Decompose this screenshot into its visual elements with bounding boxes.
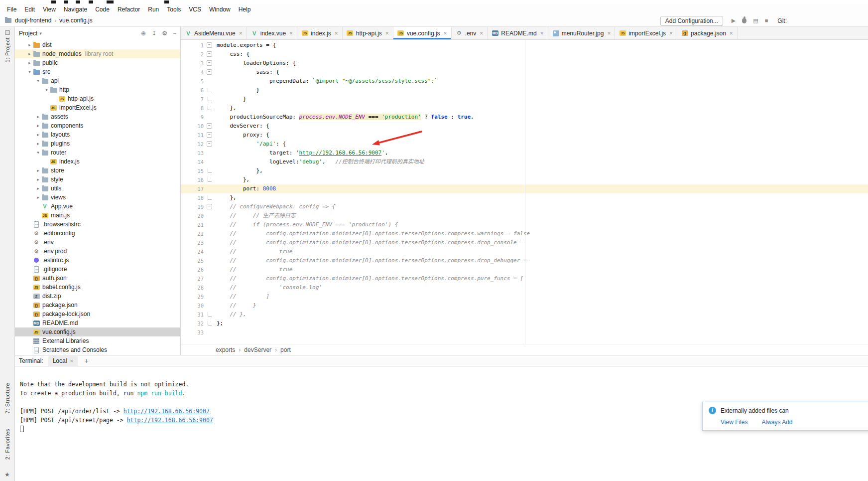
chevron-down-icon[interactable]: ▾ <box>26 69 33 74</box>
tree-item-http[interactable]: ▾http <box>15 85 180 94</box>
breadcrumb-port[interactable]: port <box>280 346 291 353</box>
profiler-icon[interactable]: ▤ <box>753 18 758 23</box>
tree-item-gitignore[interactable]: .gitignore <box>15 265 180 274</box>
fold-marker[interactable] <box>204 41 215 50</box>
tree-item-components[interactable]: ▸components <box>15 121 180 130</box>
tool-stripe-favorites[interactable]: 2: Favorites <box>4 425 10 463</box>
close-icon[interactable]: × <box>540 30 544 37</box>
terminal-link[interactable]: http://192.168.66.56:9007 <box>124 408 210 415</box>
tree-item-importexcel-js[interactable]: JSimportExcel.js <box>15 103 180 112</box>
editor-tab-index-vue[interactable]: Vindex.vue× <box>247 27 297 39</box>
menu-file[interactable]: File <box>3 5 20 14</box>
tree-item-utils[interactable]: ▸utils <box>15 184 180 193</box>
close-icon[interactable]: × <box>289 30 293 37</box>
close-icon[interactable]: × <box>480 30 483 37</box>
chevron-right-icon[interactable]: ▸ <box>35 168 41 173</box>
tree-item-main-js[interactable]: JSmain.js <box>15 211 180 220</box>
chevron-down-icon[interactable]: ▾ <box>35 78 41 83</box>
tree-item-package-lock-json[interactable]: {}package-lock.json <box>15 310 180 319</box>
fold-marker[interactable] <box>204 131 215 140</box>
chevron-right-icon[interactable]: ▸ <box>26 42 33 47</box>
chevron-down-icon[interactable]: ▾ <box>43 87 50 92</box>
tree-item-editorconfig[interactable]: ⚙.editorconfig <box>15 229 180 238</box>
tree-item-assets[interactable]: ▸assets <box>15 112 180 121</box>
close-icon[interactable]: × <box>335 30 338 37</box>
menu-vcs[interactable]: VCS <box>185 5 205 14</box>
tree-item-readme-md[interactable]: MDREADME.md <box>15 319 180 327</box>
tree-item-browserslistrc[interactable]: .browserslistrc <box>15 220 180 229</box>
editor-tab-package-json[interactable]: {}package.json× <box>677 27 738 39</box>
tree-item-api[interactable]: ▾api <box>15 76 180 85</box>
chevron-right-icon[interactable]: ▸ <box>35 195 41 200</box>
close-icon[interactable]: × <box>669 30 673 37</box>
always-add-link[interactable]: Always Add <box>761 419 792 426</box>
menu-help[interactable]: Help <box>235 5 255 14</box>
fold-marker[interactable] <box>204 59 215 68</box>
chevron-right-icon[interactable]: ▸ <box>26 60 33 65</box>
breadcrumb-file[interactable]: vue.config.js <box>59 17 93 24</box>
tree-item-dist-zip[interactable]: Zdist.zip <box>15 292 180 301</box>
menu-refactor[interactable]: Refactor <box>114 5 144 14</box>
tree-item-src[interactable]: ▾src <box>15 67 180 76</box>
menu-view[interactable]: View <box>39 5 60 14</box>
close-icon[interactable]: × <box>730 30 733 37</box>
fold-marker[interactable] <box>204 86 215 95</box>
tree-item-layouts[interactable]: ▸layouts <box>15 130 180 139</box>
fold-marker[interactable] <box>204 95 215 104</box>
stop-icon[interactable]: ■ <box>765 18 768 23</box>
new-terminal-button[interactable]: + <box>83 357 91 365</box>
tool-stripe-project[interactable]: 1: Project <box>0 27 14 66</box>
tree-item-http-api-js[interactable]: JShttp-api.js <box>15 94 180 103</box>
code-url-link[interactable]: http://192.168.66.56:9007 <box>299 150 382 156</box>
tree-item-external-libraries[interactable]: External Libraries <box>15 336 180 345</box>
git-widget[interactable]: Git: <box>777 17 787 24</box>
tree-item-vue-config-js[interactable]: JSvue.config.js <box>15 327 180 336</box>
tree-item-env[interactable]: ⚙.env <box>15 238 180 247</box>
gear-icon[interactable]: ⚙ <box>162 30 167 37</box>
fold-marker[interactable] <box>204 166 215 175</box>
run-icon[interactable]: ▶ <box>732 18 736 23</box>
menu-navigate[interactable]: Navigate <box>60 5 91 14</box>
menu-window[interactable]: Window <box>205 5 235 14</box>
close-icon[interactable]: × <box>444 30 447 37</box>
chevron-right-icon[interactable]: ▸ <box>35 123 41 128</box>
close-icon[interactable]: × <box>607 30 611 37</box>
fold-marker[interactable] <box>204 202 215 211</box>
editor-tab-menurouter-jpg[interactable]: menuRouter.jpg× <box>548 27 616 39</box>
tree-item-babel-config-js[interactable]: JSbabel.config.js <box>15 283 180 292</box>
chevron-right-icon[interactable]: ▸ <box>35 186 41 191</box>
tree-item-store[interactable]: ▸store <box>15 166 180 175</box>
fold-marker[interactable] <box>204 122 215 131</box>
menu-edit[interactable]: Edit <box>20 5 39 14</box>
breadcrumb-exports[interactable]: exports <box>216 346 235 353</box>
debug-icon[interactable] <box>742 18 746 23</box>
project-panel-title[interactable]: Project <box>19 30 37 37</box>
close-icon[interactable]: × <box>70 358 73 364</box>
editor-tab-env[interactable]: ⚙.env× <box>452 27 488 39</box>
breadcrumb-project[interactable]: duoji-frontend <box>15 17 51 24</box>
tree-item-auth-json[interactable]: {}auth.json <box>15 274 180 283</box>
fold-marker[interactable] <box>204 140 215 149</box>
tree-item-eslintrc-js[interactable]: .eslintrc.js <box>15 256 180 265</box>
menu-code[interactable]: Code <box>91 5 114 14</box>
editor-tab-http-api-js[interactable]: JShttp-api.js× <box>343 27 393 39</box>
terminal-tab-local[interactable]: Local × <box>48 356 78 366</box>
editor-tab-asidemenu-vue[interactable]: VAsideMenu.vue× <box>181 27 247 39</box>
tree-item-node-modules[interactable]: ▸node_moduleslibrary root <box>15 49 180 58</box>
tree-item-style[interactable]: ▸style <box>15 175 180 184</box>
fold-marker[interactable] <box>204 68 215 77</box>
favorites-star-icon[interactable]: ★ <box>4 471 10 478</box>
menu-run[interactable]: Run <box>144 5 163 14</box>
view-files-link[interactable]: View Files <box>721 419 747 426</box>
locate-file-icon[interactable]: ⊕ <box>141 30 146 37</box>
editor-tab-readme-md[interactable]: MDREADME.md× <box>488 27 548 39</box>
chevron-right-icon[interactable]: ▸ <box>35 177 41 182</box>
menu-tools[interactable]: Tools <box>163 5 185 14</box>
chevron-right-icon[interactable]: ▸ <box>26 51 33 56</box>
editor-tab-index-js[interactable]: JSindex.js× <box>297 27 343 39</box>
chevron-down-icon[interactable]: ▾ <box>35 150 41 155</box>
code-editor[interactable]: 1module.exports = {2 css: {3 loaderOptio… <box>181 40 868 344</box>
fold-marker[interactable] <box>204 319 215 328</box>
tree-item-env-prod[interactable]: ⚙.env.prod <box>15 247 180 256</box>
fold-marker[interactable] <box>204 50 215 59</box>
